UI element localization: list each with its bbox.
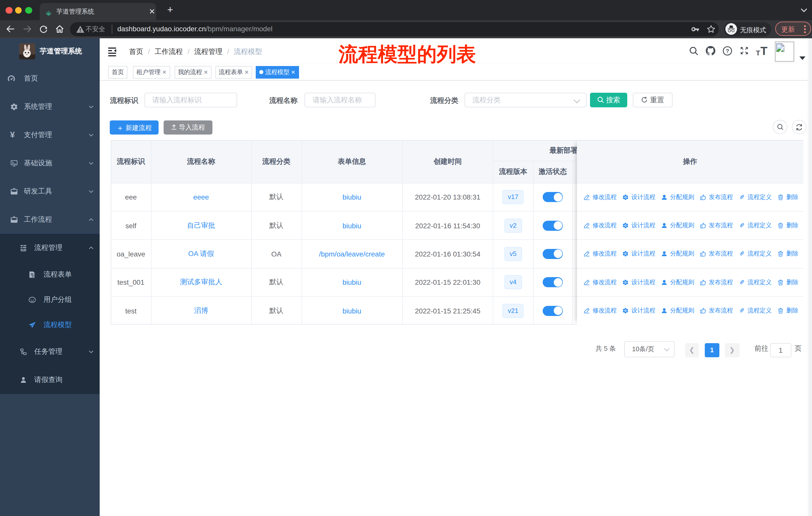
svg-text:?: ? — [725, 48, 729, 54]
